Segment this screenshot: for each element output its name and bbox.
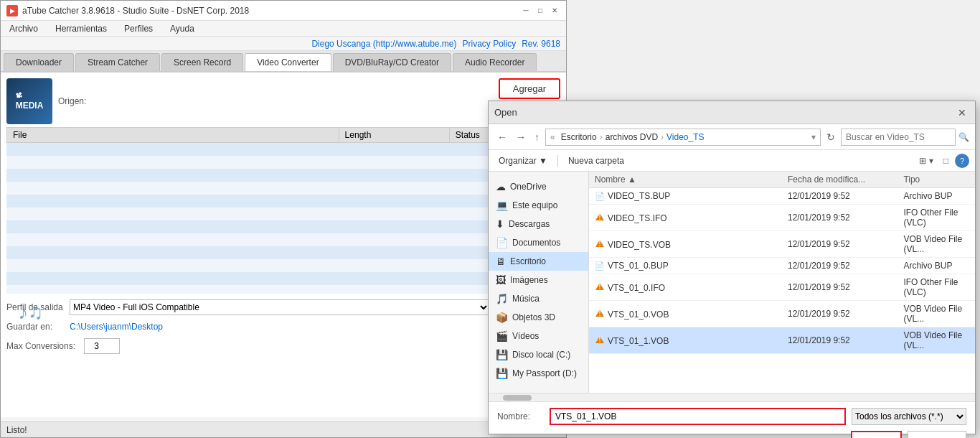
nav-documentos[interactable]: 📄 Documentos <box>489 233 588 252</box>
file-date: 12/01/2019 9:52 <box>782 188 897 205</box>
file-type: IFO Other File (VLC) <box>897 274 975 301</box>
footer-buttons: Abrir Cancelar <box>851 431 966 438</box>
nav-up-button[interactable]: ↑ <box>532 130 542 144</box>
diskc-icon: 💾 <box>496 349 508 360</box>
file-date: 12/01/2019 9:52 <box>782 274 897 301</box>
nueva-carpeta-button[interactable]: Nueva carpeta <box>564 154 628 167</box>
bc-video-ts[interactable]: Video_TS <box>666 132 704 142</box>
search-icon: 🔍 <box>958 132 969 142</box>
list-item <box>6 259 560 272</box>
tab-dvd-creator[interactable]: DVD/BluRay/CD Creator <box>333 53 451 71</box>
svg-text:!: ! <box>598 213 600 221</box>
tab-audio-recorder[interactable]: Audio Recorder <box>453 53 537 71</box>
breadcrumb-bar: « Escritorio › archivos DVD › Video_TS ▾ <box>545 129 821 146</box>
abrir-button[interactable]: Abrir <box>851 431 902 438</box>
nav-videos[interactable]: 🎬 Vídeos <box>489 327 588 345</box>
author-link[interactable]: Diego Uscanga (http://www.atube.me) <box>311 39 456 49</box>
nav-descargas[interactable]: ⬇ Descargas <box>489 215 588 233</box>
bc-dropdown[interactable]: ▾ <box>811 132 816 142</box>
footer-buttons-row: Abrir Cancelar <box>497 431 966 438</box>
list-item <box>6 143 560 156</box>
cancelar-button[interactable]: Cancelar <box>908 431 966 438</box>
close-button[interactable]: ✕ <box>549 5 560 17</box>
origen-section: 📽 MEDIA Origen: <box>6 78 560 124</box>
organizar-button[interactable]: Organizar ▼ <box>494 154 552 167</box>
col-nombre[interactable]: Nombre ▲ <box>589 172 782 188</box>
table-row[interactable]: 📄VIDEO_TS.BUP12/01/2019 9:52Archivo BUP <box>589 188 975 205</box>
list-item <box>6 195 560 208</box>
file-type: VOB Video File (VL... <box>897 231 975 258</box>
menu-herramientas[interactable]: Herramientas <box>50 22 113 35</box>
main-content: Agregar 📽 MEDIA Origen: File Length Stat… <box>1 73 566 417</box>
agregar-button[interactable]: Agregar <box>499 78 560 99</box>
scroll-strip[interactable] <box>489 393 975 401</box>
bc-arrow: « <box>550 132 555 142</box>
images-icon: 🖼 <box>496 274 506 286</box>
table-row[interactable]: !VIDEO_TS.IFO12/01/2019 9:52IFO Other Fi… <box>589 205 975 231</box>
info-bar: Diego Uscanga (http://www.atube.me) Priv… <box>1 37 566 51</box>
nav-imagenes[interactable]: 🖼 Imágenes <box>489 271 588 289</box>
app-icon: ▶ <box>6 5 18 17</box>
svg-text:!: ! <box>598 309 600 317</box>
file-dialog: Open ✕ ← → ↑ « Escritorio › archivos DVD… <box>488 101 976 434</box>
bc-escritorio[interactable]: Escritorio <box>561 132 597 142</box>
table-row[interactable]: !VTS_01_1.VOB12/01/2019 9:52VOB Video Fi… <box>589 327 975 354</box>
maximize-button[interactable]: □ <box>534 5 546 17</box>
tab-stream-catcher[interactable]: Stream Catcher <box>75 53 160 71</box>
col-fecha[interactable]: Fecha de modifica... <box>782 172 897 188</box>
max-input[interactable]: 3 <box>84 338 120 354</box>
menu-ayuda[interactable]: Ayuda <box>164 22 200 35</box>
settings-section: Perfil de salida MP4 Video - Full iOS Co… <box>6 299 560 354</box>
view-panel-button[interactable]: □ <box>940 154 952 168</box>
warning-icon: ! <box>595 336 605 346</box>
perfil-select[interactable]: MP4 Video - Full iOS Compatible <box>70 299 490 315</box>
file-date: 12/01/2019 9:52 <box>782 301 897 327</box>
table-row[interactable]: !VTS_01_0.IFO12/01/2019 9:52IFO Other Fi… <box>589 274 975 301</box>
app-title: aTube Catcher 3.8.9618 - Studio Suite - … <box>22 6 249 16</box>
bc-archivos-dvd[interactable]: archivos DVD <box>606 132 658 142</box>
guardar-path[interactable]: C:\Users\juanm\Desktop <box>70 322 534 332</box>
list-item <box>6 233 560 246</box>
nav-escritorio[interactable]: 🖥 Escritorio <box>489 252 588 271</box>
svg-text:!: ! <box>598 239 600 248</box>
nav-musica[interactable]: 🎵 Música <box>489 289 588 308</box>
nav-refresh-button[interactable]: ↻ <box>824 130 838 144</box>
type-select[interactable]: Todos los archivos (*.*) <box>852 408 966 425</box>
menu-archivo[interactable]: Archivo <box>4 22 44 35</box>
privacy-link[interactable]: Privacy Policy <box>463 39 517 49</box>
dialog-close-button[interactable]: ✕ <box>955 106 969 120</box>
nav-back-button[interactable]: ← <box>494 130 510 144</box>
search-input[interactable] <box>841 129 956 146</box>
toolbar-separator <box>557 155 558 167</box>
window-controls: ─ □ ✕ <box>520 5 560 17</box>
table-row[interactable]: !VTS_01_0.VOB12/01/2019 9:52VOB Video Fi… <box>589 301 975 327</box>
footer-nombre-row: Nombre: Todos los archivos (*.*) <box>497 408 966 425</box>
app-window: ▶ aTube Catcher 3.8.9618 - Studio Suite … <box>0 0 567 438</box>
minimize-button[interactable]: ─ <box>520 5 532 17</box>
list-item <box>6 169 560 182</box>
nombre-input[interactable] <box>550 408 846 425</box>
files-panel: Nombre ▲ Fecha de modifica... Tipo 📄VIDE… <box>589 172 975 393</box>
tab-downloader[interactable]: Downloader <box>4 53 74 71</box>
file-type: IFO Other File (VLC) <box>897 205 975 231</box>
help-button[interactable]: ? <box>955 154 969 168</box>
table-row[interactable]: 📄VTS_01_0.BUP12/01/2019 9:52Archivo BUP <box>589 258 975 274</box>
file-name: VIDEO_TS.BUP <box>608 191 670 201</box>
tab-video-converter[interactable]: Video Converter <box>245 53 331 71</box>
tab-screen-record[interactable]: Screen Record <box>161 53 243 71</box>
col-file: File <box>7 128 339 143</box>
nav-passport-d[interactable]: 💾 My Passport (D:) <box>489 364 588 383</box>
perfil-row: Perfil de salida MP4 Video - Full iOS Co… <box>6 299 560 315</box>
dialog-body: ☁ OneDrive 💻 Este equipo ⬇ Descargas 📄 D… <box>489 172 975 393</box>
nav-objetos3d[interactable]: 📦 Objetos 3D <box>489 308 588 327</box>
objects3d-icon: 📦 <box>496 312 508 323</box>
view-grid-button[interactable]: ⊞ ▾ <box>915 154 936 168</box>
nav-este-equipo[interactable]: 💻 Este equipo <box>489 196 588 215</box>
nav-disco-c[interactable]: 💾 Disco local (C:) <box>489 345 588 364</box>
nav-forward-button[interactable]: → <box>513 130 529 144</box>
nav-onedrive[interactable]: ☁ OneDrive <box>489 177 588 196</box>
table-row[interactable]: !VIDEO_TS.VOB12/01/2019 9:52VOB Video Fi… <box>589 231 975 258</box>
status-bar: Listo! <box>1 421 566 437</box>
col-tipo[interactable]: Tipo <box>897 172 975 188</box>
menu-perfiles[interactable]: Perfiles <box>118 22 159 35</box>
